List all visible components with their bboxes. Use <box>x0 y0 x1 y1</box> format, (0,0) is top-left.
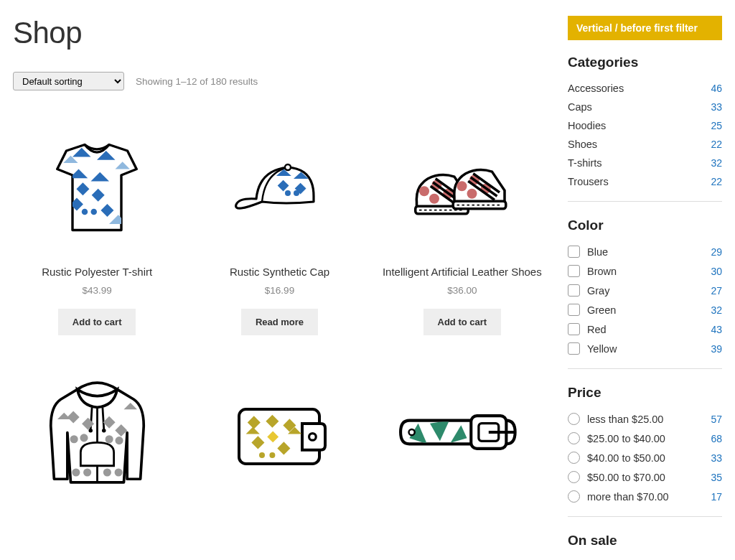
filter-block-color: Color Blue29Brown30Gray27Green32Red43Yel… <box>568 218 722 369</box>
svg-point-46 <box>114 468 122 476</box>
category-item[interactable]: T-shirts32 <box>568 154 722 172</box>
price-count: 33 <box>711 452 722 464</box>
category-count: 33 <box>711 101 722 113</box>
product-price: $36.00 <box>378 285 546 296</box>
radio-icon <box>568 471 580 483</box>
checkbox-icon <box>568 246 580 258</box>
product-price: $16.99 <box>195 285 363 296</box>
svg-point-60 <box>259 452 265 458</box>
price-label: $40.00 to $50.00 <box>587 452 665 464</box>
color-count: 43 <box>711 324 722 335</box>
price-filter-item[interactable]: $40.00 to $50.0033 <box>568 448 722 467</box>
color-filter-item[interactable]: Red43 <box>568 319 722 339</box>
color-count: 39 <box>711 343 722 355</box>
color-filter-item[interactable]: Green32 <box>568 300 722 319</box>
radio-icon <box>568 490 580 503</box>
product-image-wallet <box>195 364 363 500</box>
svg-point-34 <box>102 428 106 432</box>
product-link[interactable] <box>195 364 363 500</box>
widget-title: On sale <box>568 533 722 549</box>
color-label: Yellow <box>587 343 617 355</box>
color-filter-item[interactable]: Gray27 <box>568 281 722 300</box>
product-image-belt <box>378 364 546 500</box>
product-grid: Rustic Polyester T-shirt $43.99 Add to c… <box>13 119 546 500</box>
product-link[interactable]: Rustic Synthetic Cap $16.99 <box>195 119 363 296</box>
color-filter-item[interactable]: Brown30 <box>568 261 722 281</box>
svg-line-33 <box>103 407 104 429</box>
checkbox-icon <box>568 342 580 355</box>
color-label: Blue <box>587 246 608 258</box>
product-image-cap <box>195 119 363 256</box>
result-count: Showing 1–12 of 180 results <box>136 76 258 87</box>
add-to-cart-button[interactable]: Add to cart <box>58 309 136 335</box>
category-count: 46 <box>711 83 722 94</box>
filter-block-price: Price less than $25.0057$25.00 to $40.00… <box>568 385 722 517</box>
svg-point-8 <box>82 209 88 215</box>
price-count: 17 <box>711 491 722 503</box>
svg-point-20 <box>419 186 429 196</box>
product-card <box>378 364 546 500</box>
svg-point-45 <box>103 468 111 476</box>
svg-point-39 <box>70 435 78 443</box>
radio-icon <box>568 432 580 444</box>
svg-point-43 <box>72 468 80 476</box>
category-label: T-shirts <box>568 157 602 169</box>
category-count: 32 <box>711 157 722 169</box>
category-item[interactable]: Caps33 <box>568 98 722 116</box>
product-image-hoodie <box>13 364 181 500</box>
color-label: Red <box>587 324 607 335</box>
product-title: Rustic Polyester T-shirt <box>13 266 181 278</box>
category-label: Caps <box>568 101 592 113</box>
checkbox-icon <box>568 265 580 277</box>
checkbox-icon <box>568 304 580 316</box>
widget-title: Color <box>568 218 722 233</box>
color-filter-item[interactable]: Blue29 <box>568 242 722 261</box>
price-filter-item[interactable]: $50.00 to $70.0035 <box>568 467 722 487</box>
color-count: 27 <box>711 285 722 297</box>
product-link[interactable] <box>13 364 181 500</box>
category-item[interactable]: Shoes22 <box>568 135 722 154</box>
price-filter-item[interactable]: less than $25.0057 <box>568 409 722 429</box>
product-toolbar: Default sorting Showing 1–12 of 180 resu… <box>13 72 546 90</box>
filter-block-categories: Categories Accessories46Caps33Hoodies25S… <box>568 55 722 202</box>
svg-point-68 <box>408 429 414 435</box>
category-count: 22 <box>711 176 722 187</box>
color-label: Brown <box>587 266 617 277</box>
price-count: 35 <box>711 472 722 483</box>
svg-point-19 <box>285 164 291 170</box>
svg-point-41 <box>105 435 113 443</box>
sort-select[interactable]: Default sorting <box>13 72 124 90</box>
category-item[interactable]: Trousers22 <box>568 172 722 191</box>
svg-point-25 <box>457 181 467 191</box>
sidebar-notice: Vertical / before first filter <box>568 16 722 40</box>
product-card: Rustic Synthetic Cap $16.99 Read more <box>195 119 363 335</box>
price-filter-item[interactable]: more than $70.0017 <box>568 487 722 506</box>
svg-point-17 <box>285 190 291 196</box>
svg-point-40 <box>80 434 88 442</box>
color-count: 32 <box>711 304 722 316</box>
product-card: Intelligent Artificial Leather Shoes $36… <box>378 119 546 335</box>
add-to-cart-button[interactable]: Add to cart <box>423 309 502 335</box>
svg-point-44 <box>83 468 91 476</box>
read-more-button[interactable]: Read more <box>241 309 318 335</box>
category-item[interactable]: Hoodies25 <box>568 116 722 135</box>
category-item[interactable]: Accessories46 <box>568 79 722 98</box>
price-label: $50.00 to $70.00 <box>587 472 665 483</box>
product-card <box>195 364 363 500</box>
price-filter-item[interactable]: $25.00 to $40.0068 <box>568 429 722 448</box>
svg-point-22 <box>429 194 439 204</box>
product-link[interactable]: Rustic Polyester T-shirt $43.99 <box>13 119 181 296</box>
category-count: 25 <box>711 120 722 131</box>
svg-point-50 <box>309 434 317 441</box>
widget-title: Categories <box>568 55 722 70</box>
category-count: 22 <box>711 139 722 150</box>
price-label: $25.00 to $40.00 <box>587 433 665 444</box>
product-link[interactable] <box>378 364 546 500</box>
product-card <box>13 364 181 500</box>
product-link[interactable]: Intelligent Artificial Leather Shoes $36… <box>378 119 546 296</box>
page-title: Shop <box>13 16 546 50</box>
color-filter-item[interactable]: Yellow39 <box>568 339 722 358</box>
category-label: Shoes <box>568 139 597 150</box>
color-label: Gray <box>587 285 609 297</box>
category-label: Hoodies <box>568 120 606 131</box>
